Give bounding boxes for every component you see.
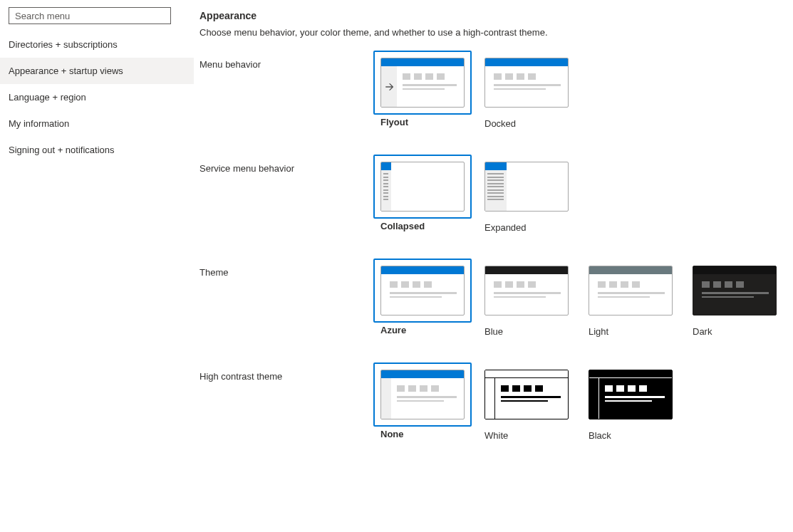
sidebar-item-signing-out[interactable]: Signing out + notifications bbox=[0, 137, 194, 163]
option-label: Collapsed bbox=[380, 221, 465, 231]
preview-hc-white bbox=[484, 370, 569, 419]
option-label: White bbox=[484, 430, 569, 441]
preview-expanded bbox=[484, 162, 569, 212]
preview-azure bbox=[380, 266, 465, 315]
option-flyout[interactable]: Flyout bbox=[380, 58, 465, 129]
option-label: Flyout bbox=[380, 117, 465, 127]
option-label: Docked bbox=[484, 118, 569, 129]
preview-docked bbox=[484, 58, 569, 108]
option-label: Expanded bbox=[484, 222, 569, 233]
sidebar-item-directories[interactable]: Directories + subscriptions bbox=[0, 31, 194, 58]
option-label: None bbox=[380, 429, 465, 439]
page-subtitle: Choose menu behavior, your color theme, … bbox=[199, 27, 784, 38]
section-theme: Theme Azu bbox=[199, 266, 784, 337]
option-label: Azure bbox=[380, 325, 465, 335]
search-input[interactable] bbox=[9, 7, 171, 24]
preview-hc-black bbox=[589, 370, 673, 419]
option-dark[interactable]: Dark bbox=[693, 266, 777, 337]
option-light[interactable]: Light bbox=[589, 266, 673, 337]
option-collapsed[interactable]: Collapsed bbox=[380, 162, 465, 233]
option-label: Blue bbox=[484, 326, 569, 337]
arrow-right-icon bbox=[384, 66, 395, 107]
option-hc-none[interactable]: None bbox=[380, 370, 465, 441]
preview-flyout bbox=[380, 58, 465, 108]
preview-hc-none bbox=[380, 370, 465, 419]
option-hc-black[interactable]: Black bbox=[589, 370, 673, 441]
option-label: Black bbox=[589, 430, 673, 441]
option-hc-white[interactable]: White bbox=[484, 370, 569, 441]
option-label: Light bbox=[589, 326, 673, 337]
preview-collapsed bbox=[380, 162, 465, 212]
sidebar-item-my-information[interactable]: My information bbox=[0, 110, 194, 137]
preview-light bbox=[589, 266, 673, 315]
preview-dark bbox=[693, 266, 777, 315]
main-content: Appearance Choose menu behavior, your co… bbox=[194, 0, 793, 502]
page-title: Appearance bbox=[199, 10, 784, 21]
sidebar-item-language[interactable]: Language + region bbox=[0, 84, 194, 110]
section-label: High contrast theme bbox=[199, 370, 380, 382]
option-expanded[interactable]: Expanded bbox=[484, 162, 569, 233]
option-blue[interactable]: Blue bbox=[484, 266, 569, 337]
section-menu-behavior: Menu behavior bbox=[199, 58, 784, 129]
option-azure[interactable]: Azure bbox=[380, 266, 465, 337]
preview-blue bbox=[484, 266, 569, 315]
section-label: Theme bbox=[199, 266, 380, 278]
section-label: Service menu behavior bbox=[199, 162, 380, 174]
option-label: Dark bbox=[693, 326, 777, 337]
section-service-menu-behavior: Service menu behavior bbox=[199, 162, 784, 233]
sidebar-item-appearance[interactable]: Appearance + startup views bbox=[0, 58, 194, 84]
option-docked[interactable]: Docked bbox=[484, 58, 569, 129]
section-label: Menu behavior bbox=[199, 58, 380, 70]
settings-sidebar: Directories + subscriptions Appearance +… bbox=[0, 0, 194, 502]
section-high-contrast: High contrast theme bbox=[199, 370, 784, 441]
